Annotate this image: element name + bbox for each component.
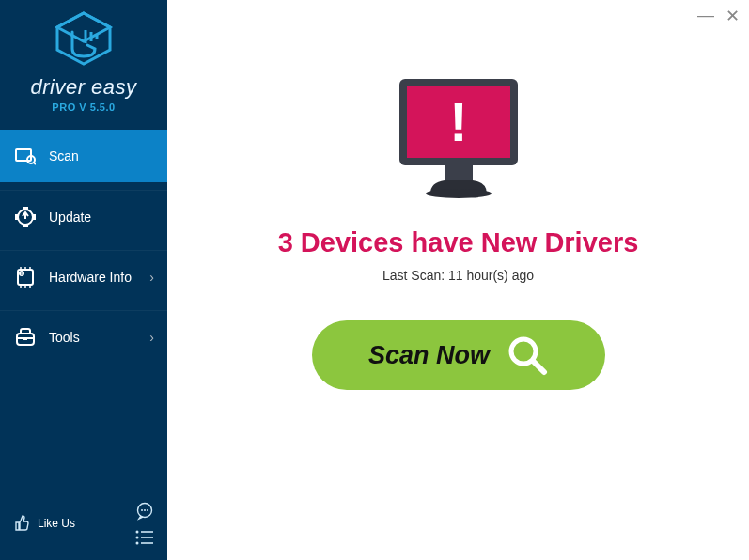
tools-icon xyxy=(15,327,36,348)
sidebar-item-label: Tools xyxy=(49,330,80,345)
svg-rect-11 xyxy=(15,214,19,220)
update-icon xyxy=(15,207,36,227)
scan-now-button[interactable]: Scan Now xyxy=(312,320,605,390)
svg-text:!: ! xyxy=(449,91,467,152)
chevron-right-icon: › xyxy=(149,270,154,285)
svg-rect-38 xyxy=(445,165,473,180)
svg-line-7 xyxy=(34,163,36,164)
menu-list-icon[interactable] xyxy=(135,530,154,545)
main-panel: ! 3 Devices have New Drivers Last Scan: … xyxy=(167,0,749,560)
sidebar-item-label: Hardware Info xyxy=(49,270,132,285)
svg-rect-5 xyxy=(16,149,31,161)
feedback-icon[interactable] xyxy=(135,502,154,521)
brand-area: driver easy PRO V 5.5.0 xyxy=(0,0,167,120)
svg-marker-1 xyxy=(57,13,110,41)
window-controls: — ✕ xyxy=(697,6,740,26)
scan-now-label: Scan Now xyxy=(368,341,490,370)
sidebar-item-label: Update xyxy=(49,210,91,225)
svg-point-32 xyxy=(136,537,139,539)
svg-point-28 xyxy=(144,509,146,511)
brand-version: PRO V 5.5.0 xyxy=(0,101,167,113)
hardware-info-icon: i xyxy=(15,267,36,288)
scan-icon xyxy=(15,146,36,166)
sidebar-item-update[interactable]: Update xyxy=(0,190,167,242)
sidebar-item-tools[interactable]: Tools › xyxy=(0,310,167,363)
svg-rect-25 xyxy=(23,337,27,340)
like-us-button[interactable]: Like Us xyxy=(13,515,75,532)
monitor-alert-illustration: ! xyxy=(388,73,529,209)
app-window: — ✕ driver easy PRO V 5.5.0 Scan xyxy=(0,0,749,560)
svg-point-39 xyxy=(426,189,492,198)
sidebar-item-label: Scan xyxy=(49,148,79,163)
minimize-button[interactable]: — xyxy=(697,6,714,26)
sidebar-nav: Scan Update i Hardware Info › Tools xyxy=(0,130,167,363)
svg-rect-10 xyxy=(23,224,28,227)
sidebar-item-hardware-info[interactable]: i Hardware Info › xyxy=(0,250,167,303)
brand-name: driver easy xyxy=(0,75,167,100)
brand-logo-icon xyxy=(54,11,114,66)
last-scan-text: Last Scan: 11 hour(s) ago xyxy=(382,268,534,283)
svg-rect-9 xyxy=(23,207,28,210)
svg-point-34 xyxy=(136,542,139,545)
svg-point-27 xyxy=(141,509,143,511)
svg-point-30 xyxy=(136,531,139,534)
status-headline: 3 Devices have New Drivers xyxy=(278,227,639,258)
sidebar-item-scan[interactable]: Scan xyxy=(0,130,167,182)
thumbs-up-icon xyxy=(13,515,30,532)
svg-point-29 xyxy=(147,509,148,511)
magnifier-icon xyxy=(507,334,548,376)
like-us-label: Like Us xyxy=(38,517,75,530)
footer-icons xyxy=(135,502,154,545)
chevron-right-icon: › xyxy=(149,330,154,345)
sidebar-footer: Like Us xyxy=(0,490,167,560)
sidebar: driver easy PRO V 5.5.0 Scan Update i xyxy=(0,0,167,560)
close-button[interactable]: ✕ xyxy=(726,6,740,26)
svg-rect-12 xyxy=(32,214,36,220)
svg-line-42 xyxy=(533,361,544,372)
